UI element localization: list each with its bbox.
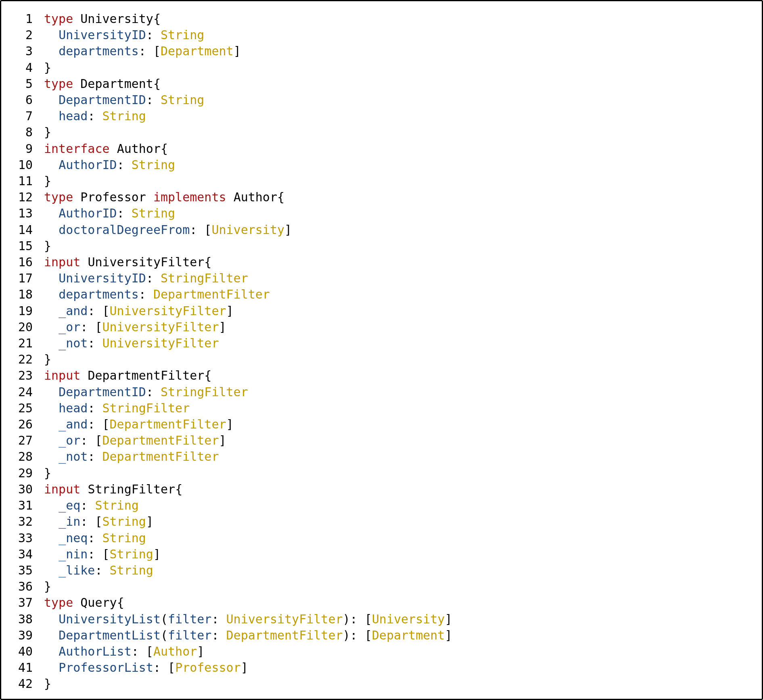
code-line: 26 _and: [DepartmentFilter] (8, 416, 750, 433)
token-typ: Department (372, 628, 445, 642)
token-pun: : (211, 628, 226, 642)
code-content: head: String (44, 108, 146, 124)
line-number: 34 (8, 546, 44, 562)
line-number: 6 (8, 92, 44, 108)
line-number: 22 (8, 351, 44, 368)
token-pun: ] (241, 660, 248, 675)
code-line: 8} (8, 124, 750, 140)
line-number: 20 (8, 319, 44, 335)
code-content: DepartmentID: StringFilter (44, 384, 248, 400)
token-fld: _in (59, 514, 80, 529)
code-content: head: StringFilter (44, 400, 190, 416)
code-content: _not: UniversityFilter (44, 335, 219, 351)
token-pun: ): [ (343, 612, 372, 626)
token-pun (44, 93, 59, 107)
token-fld: _eq (59, 498, 80, 512)
token-fld: ProfessorList (59, 660, 153, 675)
line-number: 13 (8, 205, 44, 221)
line-number: 37 (8, 595, 44, 611)
token-typ: String (102, 514, 146, 529)
token-fld: _not (59, 449, 88, 464)
code-content: type Professor implements Author{ (44, 189, 284, 205)
token-name: UniversityFilter (88, 255, 204, 269)
line-number: 30 (8, 481, 44, 497)
token-pun (44, 449, 59, 464)
line-number: 35 (8, 562, 44, 579)
token-typ: String (161, 93, 204, 107)
code-line: 13 AuthorID: String (8, 205, 750, 221)
line-number: 41 (8, 660, 44, 676)
token-kw: type (44, 190, 80, 204)
code-line: 2 UniversityID: String (8, 27, 750, 43)
token-pun (44, 44, 59, 58)
code-content: input UniversityFilter{ (44, 254, 211, 270)
token-fld: filter (168, 612, 211, 626)
code-line: 22} (8, 351, 750, 368)
token-typ: Department (161, 44, 234, 58)
token-pun (44, 644, 59, 658)
code-line: 20 _or: [UniversityFilter] (8, 319, 750, 335)
code-line: 5type Department{ (8, 76, 750, 92)
token-fld: UniversityList (59, 612, 161, 626)
code-line: 16input UniversityFilter{ (8, 254, 750, 270)
token-name: Professor (80, 190, 153, 204)
token-fld: _like (59, 563, 95, 577)
token-typ: StringFilter (161, 385, 248, 399)
token-pun: : [ (153, 660, 175, 675)
token-fld: doctoralDegreeFrom (59, 223, 190, 237)
token-pun: ( (161, 612, 168, 626)
line-number: 5 (8, 76, 44, 92)
token-typ: StringFilter (161, 271, 248, 285)
token-name: DepartmentFilter (88, 368, 204, 382)
code-content: } (44, 351, 51, 368)
code-line: 37type Query{ (8, 595, 750, 611)
token-typ: DepartmentFilter (110, 417, 226, 431)
token-typ: String (95, 498, 138, 512)
token-fld: _or (59, 320, 80, 334)
code-content: DepartmentID: String (44, 92, 204, 108)
token-typ: String (102, 109, 146, 123)
token-pun: { (117, 596, 124, 610)
code-content: _nin: [String] (44, 546, 161, 562)
line-number: 39 (8, 627, 44, 644)
token-pun: } (44, 677, 51, 691)
token-kw: type (44, 77, 80, 91)
code-content: DepartmentList(filter: DepartmentFilter)… (44, 627, 452, 644)
code-line: 27 _or: [DepartmentFilter] (8, 433, 750, 449)
token-pun: : (146, 28, 161, 42)
token-pun (44, 563, 59, 577)
token-pun: ( (161, 628, 168, 642)
code-line: 9interface Author{ (8, 141, 750, 157)
code-content: _or: [DepartmentFilter] (44, 433, 226, 449)
token-pun: ] (226, 417, 234, 431)
token-pun: { (153, 77, 161, 91)
line-number: 2 (8, 27, 44, 43)
token-pun (44, 498, 59, 512)
line-number: 15 (8, 238, 44, 254)
token-fld: _not (59, 336, 88, 350)
token-pun: } (44, 239, 51, 253)
line-number: 1 (8, 11, 44, 27)
code-line: 31 _eq: String (8, 497, 750, 514)
token-typ: UniversityFilter (110, 304, 226, 318)
line-number: 8 (8, 124, 44, 140)
token-pun: { (277, 190, 284, 204)
token-pun: ] (445, 612, 452, 626)
token-pun (44, 385, 59, 399)
code-line: 7 head: String (8, 108, 750, 124)
token-pun: { (204, 255, 211, 269)
token-pun (44, 628, 59, 642)
token-pun: : [ (80, 514, 102, 529)
code-line: 38 UniversityList(filter: UniversityFilt… (8, 611, 750, 627)
token-pun: { (204, 368, 211, 382)
code-listing-frame: 1type University{2 UniversityID: String3… (0, 0, 763, 700)
token-typ: String (132, 206, 175, 220)
token-pun: : (117, 158, 132, 172)
token-typ: Professor (175, 660, 241, 675)
line-number: 10 (8, 157, 44, 173)
token-pun (44, 336, 59, 350)
code-content: input StringFilter{ (44, 481, 182, 497)
code-line: 33 _neq: String (8, 530, 750, 546)
code-line: 14 doctoralDegreeFrom: [University] (8, 222, 750, 238)
line-number: 21 (8, 335, 44, 351)
